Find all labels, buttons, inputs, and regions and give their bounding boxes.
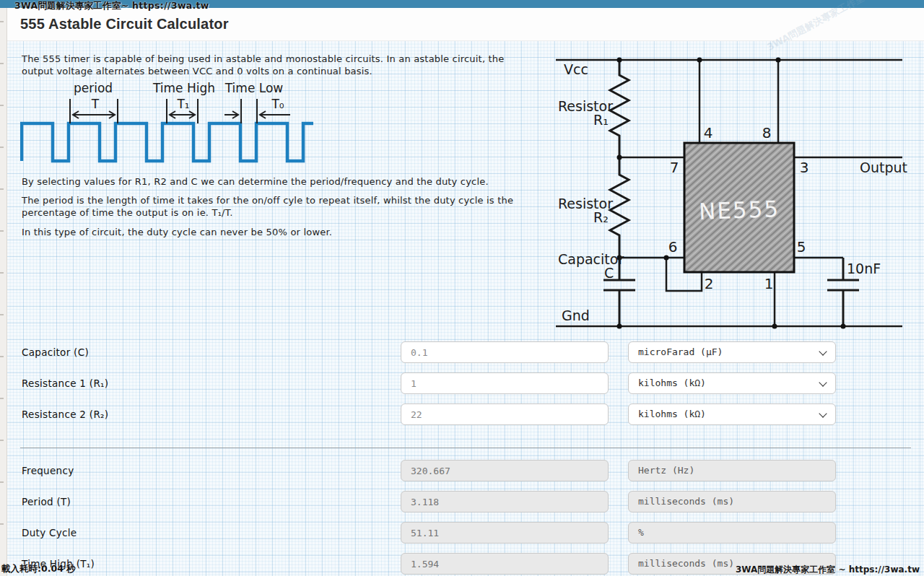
resistor2-symbol: R₂ xyxy=(593,209,609,225)
circuit-diagram: Vcc Resistor R₁ Resistor R₂ Capacitor C … xyxy=(552,51,913,333)
gnd-label: Gnd xyxy=(562,307,590,323)
intro-paragraph-2: By selecting values for R1, R2 and C we … xyxy=(22,175,541,188)
period-row-label: Period (T) xyxy=(22,496,71,507)
resistance1-unit-select[interactable]: kilohms (kΩ) xyxy=(628,372,836,394)
pin-6-label: 6 xyxy=(668,238,678,256)
resistance1-unit-value: kilohms (kΩ) xyxy=(638,378,706,388)
resistance2-unit-value: kilohms (kΩ) xyxy=(638,409,706,419)
waveform-diagram: period T Time High T₁ Time Low T₀ xyxy=(20,80,316,165)
frequency-label: Frequency xyxy=(22,465,74,476)
left-edge-strip xyxy=(0,8,7,576)
watermark-top: 3WA問題解決專家工作室~ https://3wa.tw xyxy=(14,0,209,12)
result-row-duty-cycle: Duty Cycle % xyxy=(22,522,917,544)
capacitor-unit-value: microFarad (μF) xyxy=(638,346,723,357)
time-high-value-field xyxy=(401,553,609,575)
period-symbol: T xyxy=(91,97,100,111)
intro-paragraph-3: The period is the length of time it take… xyxy=(22,194,537,219)
content-area: The 555 timer is capable of being used i… xyxy=(6,40,924,576)
duty-cycle-unit-field: % xyxy=(628,522,836,544)
time-high-unit-value: milliseconds (ms) xyxy=(638,558,734,569)
time-high-label: Time High xyxy=(152,81,215,95)
ne555-chip-label: NE555 xyxy=(698,196,780,224)
resistance2-label: Resistance 2 (R₂) xyxy=(22,409,108,420)
intro-paragraph-1: The 555 timer is capable of being used i… xyxy=(22,53,510,77)
capacitor-unit-select[interactable]: microFarad (μF) xyxy=(628,341,836,363)
resistance2-unit-select[interactable]: kilohms (kΩ) xyxy=(628,403,836,425)
pin-4-label: 4 xyxy=(704,124,713,141)
chevron-down-icon xyxy=(819,378,827,386)
result-row-frequency: Frequency Hertz (Hz) xyxy=(22,460,917,481)
pin-5-label: 5 xyxy=(797,238,806,256)
period-label: period xyxy=(74,81,113,95)
capacitor-label: Capacitor xyxy=(558,251,624,267)
duty-cycle-unit-value: % xyxy=(638,527,644,538)
pin-7-label: 7 xyxy=(670,159,679,176)
resistor1-symbol: R₁ xyxy=(593,112,609,128)
form-row-capacitor: Capacitor (C) microFarad (μF) xyxy=(22,341,917,363)
frequency-value-field xyxy=(401,460,609,481)
pin-8-label: 8 xyxy=(762,124,772,141)
bypass-cap-label: 10nF xyxy=(847,261,881,276)
duty-cycle-value-field xyxy=(401,522,609,544)
load-time-text: 載入耗時:0.04 秒 xyxy=(1,563,76,575)
period-unit-value: milliseconds (ms) xyxy=(638,496,734,507)
chevron-down-icon xyxy=(819,347,827,355)
frequency-unit-field: Hertz (Hz) xyxy=(628,460,836,481)
form-row-resistance1: Resistance 1 (R₁) kilohms (kΩ) xyxy=(22,372,917,394)
square-wave-path xyxy=(22,123,313,161)
capacitor-symbol: C xyxy=(604,265,614,281)
result-row-period: Period (T) milliseconds (ms) xyxy=(22,491,917,512)
capacitor-value-input[interactable] xyxy=(401,341,609,363)
period-unit-field: milliseconds (ms) xyxy=(628,491,836,512)
form-row-resistance2: Resistance 2 (R₂) kilohms (kΩ) xyxy=(22,403,917,425)
resistance1-value-input[interactable] xyxy=(401,372,609,394)
chevron-down-icon xyxy=(819,409,827,417)
resistance1-label: Resistance 1 (R₁) xyxy=(22,378,108,389)
watermark-bottom: 3WA問題解決專家工作室 ~ https://3wa.tw xyxy=(736,564,920,576)
resistance2-value-input[interactable] xyxy=(401,403,609,425)
duty-cycle-label: Duty Cycle xyxy=(22,527,77,538)
vcc-label: Vcc xyxy=(564,61,588,77)
pin-2-label: 2 xyxy=(705,275,714,292)
pin-3-label: 3 xyxy=(800,159,809,176)
time-low-symbol: T₀ xyxy=(271,97,284,111)
frequency-unit-value: Hertz (Hz) xyxy=(638,465,694,476)
pin-1-label: 1 xyxy=(764,275,774,292)
period-value-field xyxy=(401,491,609,512)
section-divider xyxy=(20,448,911,448)
intro-paragraph-4: In this type of circuit, the duty cycle … xyxy=(22,226,541,238)
output-label: Output xyxy=(860,160,907,175)
capacitor-label: Capacitor (C) xyxy=(22,346,89,358)
time-high-symbol: T₁ xyxy=(176,97,189,111)
time-low-label: Time Low xyxy=(225,81,284,95)
app-window: 3WA問題解決專家工作室~ https://3wa.tw 3WA問題解決專家工作… xyxy=(0,0,924,576)
